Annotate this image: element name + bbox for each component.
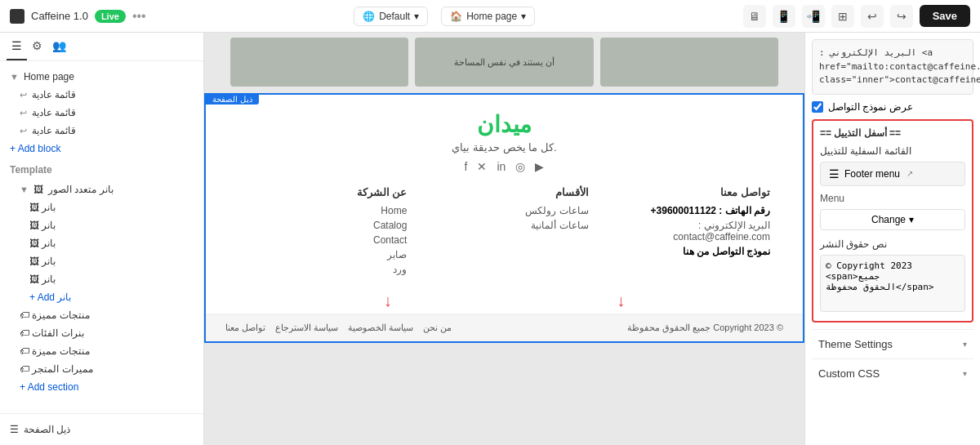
sidebar-item-list2[interactable]: ↩ قائمة عادية	[0, 104, 203, 122]
sidebar-store-features[interactable]: 🏷 مميرات المتجر	[10, 360, 194, 378]
footer-about-ward: ورد	[238, 264, 407, 275]
add-block-button[interactable]: + Add block	[0, 140, 203, 158]
sidebar-page-footer[interactable]: ☰ ذيل الصفحة	[10, 421, 194, 438]
gray-banner-3	[600, 38, 778, 87]
gray-banner-2: أن يستند في نفس المساحة	[415, 38, 593, 87]
copyright-label: نص حقوق النشر	[820, 238, 965, 250]
footer-canvas-section[interactable]: ذيل الصفحة ميدان كل ما يخص حديقة بياي. f…	[204, 93, 804, 343]
undo-button[interactable]: ↩	[861, 5, 884, 28]
tablet-view-button[interactable]: 📱	[773, 5, 795, 28]
change-button[interactable]: Change ▾	[820, 209, 965, 230]
email-code-block: : البريد الإلكتروني <a href="mailto:cont…	[812, 39, 973, 95]
footer-phone: رقم الهاتف : 39600011122+	[602, 205, 770, 216]
default-dropdown[interactable]: 🌐 Default ▾	[354, 7, 428, 26]
template-section: Template ▼ 🖼 بانر متعدد الصور 🖼 بانر 🖼 ب…	[0, 158, 203, 403]
footer-link-privacy[interactable]: سياسة الخصوصية	[348, 323, 413, 333]
sidebar-banner-5[interactable]: 🖼 بانر	[10, 270, 194, 288]
footer-canvas-inner: ميدان كل ما يخص حديقة بياي. f ✕ in ◎ ▶	[206, 95, 803, 288]
sidebar-banner-4[interactable]: 🖼 بانر	[10, 252, 194, 270]
social-facebook-icon[interactable]: f	[465, 160, 468, 173]
footer-hero: ميدان كل ما يخص حديقة بياي. f ✕ in ◎ ▶	[232, 111, 777, 173]
footer-bottom-bar: © Copyright 2023 جميع الحقوق محفوظة من ن…	[206, 314, 803, 341]
right-panel-content: : البريد الإلكتروني <a href="mailto:cont…	[805, 33, 980, 394]
social-instagram-icon[interactable]: ◎	[515, 160, 525, 173]
social-youtube-icon[interactable]: ▶	[535, 160, 544, 173]
mobile-view-button[interactable]: 📲	[802, 5, 825, 28]
top-bar-right: 🖥 📱 📲 ⊞ ↩ ↪ Save	[743, 5, 970, 28]
footer-columns: تواصل معنا رقم الهاتف : 39600011122+ الب…	[232, 186, 777, 278]
sidebar-banner-3[interactable]: 🖼 بانر	[10, 234, 194, 252]
redo-button[interactable]: ↪	[890, 5, 913, 28]
grid-view-button[interactable]: ⊞	[831, 5, 854, 28]
show-form-label: عرض نموذج التواصل	[828, 101, 913, 113]
sidebar-banner-2[interactable]: 🖼 بانر	[10, 216, 194, 234]
desktop-view-button[interactable]: 🖥	[743, 5, 766, 28]
footer-about-contact: Contact	[238, 234, 407, 246]
footer-col-contact: تواصل معنا رقم الهاتف : 39600011122+ الب…	[595, 186, 777, 278]
menu-sub-label: القائمة السفلية للتذييل	[820, 145, 965, 157]
main-content: ☰ ⚙ 👥 ▼ Home page ↩ قائمة عادية ↩ قائمة …	[0, 33, 980, 445]
sidebar-item-list3[interactable]: ↩ قائمة عادية	[0, 122, 203, 140]
footer-link-about[interactable]: من نحن	[423, 323, 452, 333]
footer-link-returns[interactable]: سياسة الاسترجاع	[275, 323, 338, 333]
sidebar-featured-products-2[interactable]: 🏷 منتجات مميزة	[10, 342, 194, 360]
right-panel: : البريد الإلكتروني <a href="mailto:cont…	[804, 33, 980, 445]
left-sidebar: ☰ ⚙ 👥 ▼ Home page ↩ قائمة عادية ↩ قائمة …	[0, 33, 204, 445]
footer-col-categories-title: الأقسام	[420, 186, 588, 198]
footer-link-contact[interactable]: تواصل معنا	[225, 323, 265, 333]
footer-col-contact-title: تواصل معنا	[602, 186, 770, 198]
custom-css-row[interactable]: Custom CSS ▾	[812, 358, 973, 388]
add-section-button[interactable]: + Add section	[10, 378, 194, 396]
sidebar-featured-products-1[interactable]: 🏷 منتجات مميزة	[10, 306, 194, 324]
arrow-right: ↓	[617, 291, 625, 310]
more-button[interactable]: •••	[132, 9, 146, 24]
social-twitter-icon[interactable]: ✕	[477, 160, 487, 173]
template-label: Template	[10, 164, 194, 176]
theme-settings-chevron: ▾	[963, 340, 967, 349]
footer-col-about: عن الشركة Home Catalog Contact صابر ورد	[232, 186, 413, 278]
top-bar-left: Caffeine 1.0 Live •••	[10, 9, 146, 24]
theme-settings-row[interactable]: Theme Settings ▾	[812, 329, 973, 358]
footer-cat-2: ساعات ألمانية	[420, 220, 588, 231]
sidebar-footer: ☰ ذيل الصفحة	[0, 413, 203, 445]
footer-hero-subtitle: كل ما يخص حديقة بياي.	[232, 141, 777, 154]
footer-contact-form[interactable]: نموذج التواصل من هنا	[602, 246, 770, 257]
top-bar: Caffeine 1.0 Live ••• 🌐 Default ▾ 🏠 Home…	[0, 0, 980, 33]
theme-settings-label: Theme Settings	[818, 338, 893, 350]
footer-menu-button[interactable]: ☰ Footer menu ↗	[820, 162, 965, 186]
nav-settings-icon[interactable]: ⚙	[27, 33, 47, 60]
footer-bottom-section: == أسفل التذييل == القائمة السفلية للتذي…	[812, 119, 973, 323]
top-bar-center: 🌐 Default ▾ 🏠 Home page ▾	[354, 7, 535, 26]
gray-banner-1	[230, 38, 408, 87]
social-linkedin-icon[interactable]: in	[497, 160, 506, 173]
sidebar-banner-categories[interactable]: 🏷 بنرات الفئات	[10, 324, 194, 342]
sidebar-banner-1[interactable]: 🖼 بانر	[10, 198, 194, 216]
top-banner-row: أن يستند في نفس المساحة	[230, 38, 778, 87]
nav-users-icon[interactable]: 👥	[47, 33, 71, 60]
app-icon	[10, 9, 24, 24]
sidebar-multi-banner[interactable]: ▼ 🖼 بانر متعدد الصور	[10, 180, 194, 198]
footer-hero-title: ميدان	[232, 111, 777, 138]
copyright-textarea[interactable]: © Copyright 2023 <span>جميع الحقوق محفوظ…	[820, 255, 965, 312]
sidebar-homepage[interactable]: ▼ Home page	[0, 68, 203, 86]
page-dropdown[interactable]: 🏠 Home page ▾	[441, 7, 535, 26]
footer-email: البريد الإلكتروني : contact@caffeine.com	[602, 220, 770, 243]
section-header-label: == أسفل التذييل ==	[820, 127, 965, 139]
nav-layers-icon[interactable]: ☰	[7, 33, 27, 60]
custom-css-label: Custom CSS	[818, 367, 880, 380]
menu-icon: ☰	[829, 167, 840, 180]
footer-bottom-links: من نحن سياسة الخصوصية سياسة الاسترجاع تو…	[225, 323, 452, 333]
footer-copyright: © Copyright 2023 جميع الحقوق محفوظة	[627, 323, 783, 333]
add-banner-button[interactable]: + Add بانر	[10, 288, 194, 306]
arrow-indicators: ↓ ↓	[206, 288, 803, 314]
sidebar-tree: ▼ Home page ↩ قائمة عادية ↩ قائمة عادية …	[0, 61, 203, 413]
footer-about-saber: صابر	[238, 249, 407, 260]
footer-col-about-title: عن الشركة	[238, 186, 407, 198]
chevron-down-icon: ▾	[909, 214, 914, 225]
footer-about-home: Home	[238, 205, 407, 216]
footer-menu-label: Footer menu	[844, 168, 900, 180]
sidebar-item-list1[interactable]: ↩ قائمة عادية	[0, 86, 203, 104]
show-form-checkbox[interactable]	[812, 101, 823, 113]
section-tag: ذيل الصفحة	[206, 94, 259, 105]
save-button[interactable]: Save	[920, 5, 970, 27]
